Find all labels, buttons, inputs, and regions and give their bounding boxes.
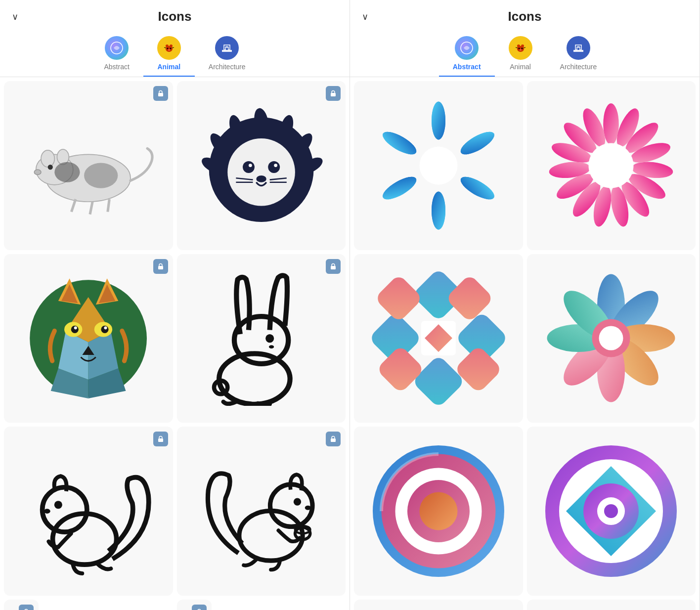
right-header: ∨ Icons — [350, 0, 700, 24]
right-item-pink-swirl[interactable] — [527, 81, 696, 250]
right-grid — [354, 81, 696, 610]
right-abstract-label: Abstract — [453, 63, 481, 71]
left-item-squirrel2[interactable] — [177, 427, 346, 596]
svg-point-2 — [166, 44, 169, 47]
left-tabs: Abstract Animal — [0, 24, 350, 77]
left-tab-animal[interactable]: Animal — [143, 32, 195, 77]
arch-svg-icon — [220, 41, 234, 55]
lock-icon — [330, 263, 337, 270]
svg-point-83 — [517, 44, 520, 47]
right-tabs: Abstract Animal — [350, 24, 700, 77]
arch-svg-icon-r — [571, 41, 585, 55]
blue-swirl-icon — [369, 96, 508, 235]
svg-point-38 — [256, 175, 266, 182]
right-chevron[interactable]: ∨ — [362, 11, 368, 22]
right-title: Icons — [508, 9, 542, 24]
left-abstract-label: Abstract — [104, 63, 129, 71]
svg-point-101 — [457, 173, 497, 204]
svg-point-100 — [457, 128, 497, 159]
right-item-diamond-pattern[interactable] — [354, 254, 523, 423]
right-tab-abstract[interactable]: Abstract — [439, 32, 495, 77]
svg-point-106 — [603, 103, 619, 145]
svg-point-5 — [170, 48, 171, 49]
left-grid — [4, 81, 346, 610]
svg-point-18 — [34, 170, 41, 174]
right-item-blue-swirl[interactable] — [354, 81, 523, 250]
svg-line-19 — [72, 199, 76, 212]
flower-icon — [542, 269, 680, 407]
svg-line-7 — [164, 47, 166, 48]
right-tab-animal[interactable]: Animal — [495, 32, 546, 77]
lock-icon — [330, 90, 337, 97]
right-arch-icon — [567, 36, 590, 60]
left-item-rat[interactable] — [4, 81, 173, 250]
lock-badge-rabbit — [326, 259, 341, 274]
svg-point-59 — [104, 326, 107, 329]
svg-rect-61 — [331, 266, 336, 269]
left-grid-container[interactable] — [0, 77, 350, 610]
svg-point-104 — [380, 128, 420, 159]
right-item-flower[interactable] — [527, 254, 696, 423]
svg-point-141 — [599, 326, 623, 350]
svg-point-15 — [41, 150, 54, 167]
svg-point-87 — [520, 49, 522, 50]
svg-point-102 — [432, 191, 445, 229]
right-abstract-icon — [455, 36, 479, 60]
lock-icon — [157, 436, 164, 442]
lock-icon — [157, 263, 164, 270]
lock-badge-squirrel2 — [326, 432, 341, 446]
right-grid-container[interactable] — [350, 77, 700, 610]
svg-point-37 — [274, 164, 277, 167]
right-tab-arch[interactable]: Architecture — [546, 32, 611, 77]
left-item-partial1[interactable] — [4, 600, 39, 610]
svg-point-76 — [305, 505, 311, 510]
svg-point-73 — [239, 511, 303, 561]
svg-line-88 — [516, 47, 518, 48]
svg-point-71 — [44, 509, 50, 514]
lock-badge-squirrel1 — [153, 432, 168, 446]
svg-point-148 — [604, 504, 618, 518]
svg-rect-129 — [374, 274, 423, 323]
left-tab-abstract[interactable]: Abstract — [90, 32, 143, 77]
right-item-eye-diamond[interactable] — [527, 427, 696, 596]
left-chevron[interactable]: ∨ — [12, 11, 18, 22]
lock-badge-lion — [326, 86, 341, 101]
svg-point-75 — [294, 498, 301, 505]
svg-line-89 — [524, 47, 525, 48]
right-item-layered-circle[interactable] — [354, 427, 523, 596]
svg-rect-24 — [331, 93, 336, 96]
svg-rect-11 — [226, 48, 228, 50]
svg-rect-67 — [158, 438, 163, 442]
svg-rect-12 — [158, 93, 163, 96]
squirrel1-icon — [17, 439, 160, 583]
svg-point-99 — [432, 101, 445, 139]
svg-point-4 — [167, 48, 168, 49]
svg-point-17 — [48, 165, 53, 170]
svg-point-35 — [268, 161, 280, 173]
right-item-wave-pink[interactable] — [354, 600, 523, 610]
svg-line-21 — [108, 199, 109, 212]
left-item-lion[interactable] — [177, 81, 346, 250]
svg-point-70 — [54, 501, 62, 509]
layered-circle-icon — [369, 442, 508, 580]
left-item-squirrel1[interactable] — [4, 427, 173, 596]
lock-badge-rat — [153, 86, 168, 101]
svg-rect-127 — [454, 345, 503, 394]
svg-rect-124 — [411, 354, 465, 407]
svg-point-86 — [521, 48, 523, 49]
lion-icon — [194, 98, 329, 233]
left-panel: ∨ Icons Abstract — [0, 0, 350, 610]
left-item-rabbit[interactable] — [177, 254, 346, 423]
right-item-owl-blue[interactable] — [527, 600, 696, 610]
left-animal-icon — [157, 36, 181, 60]
right-animal-icon — [509, 36, 532, 60]
left-tab-arch[interactable]: Architecture — [195, 32, 260, 77]
lock-badge-wolf — [153, 259, 168, 274]
svg-point-33 — [227, 138, 295, 206]
wolf-icon — [21, 271, 156, 406]
left-item-wolf[interactable] — [4, 254, 173, 423]
left-item-partial2[interactable] — [177, 600, 212, 610]
lock-icon — [330, 436, 337, 442]
left-arch-icon — [215, 36, 239, 60]
left-abstract-icon — [105, 36, 129, 60]
